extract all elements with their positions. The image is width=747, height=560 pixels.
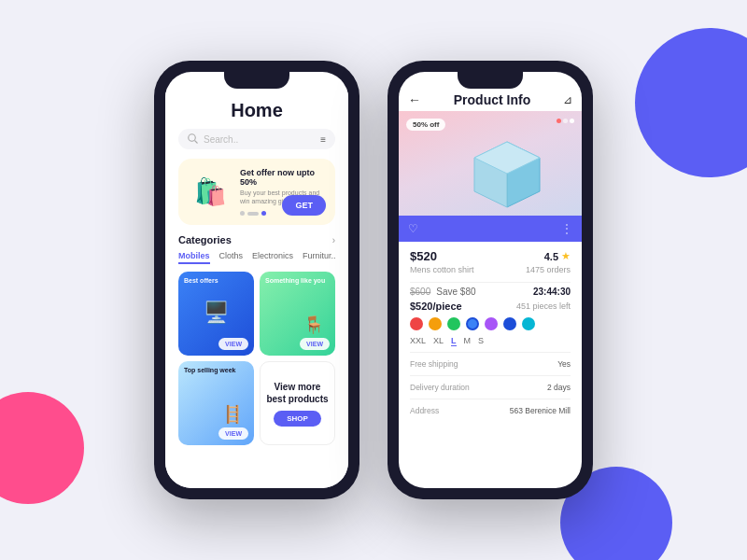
divider-2 [410,352,571,353]
swatch-red[interactable] [410,317,423,330]
categories-tabs: Mobiles Cloths Electronics Furnitur... [178,251,335,264]
back-button[interactable]: ← [408,92,421,107]
address-val: 563 Berenice Mill [510,406,571,415]
notch-left [224,72,289,89]
promo-banner: 🛍️ Get offer now upto 50% Buy your best … [178,159,335,225]
product-grid: Best offers 🖥️ VIEW Something like you 🪑… [178,272,335,445]
offer-row: $600 Save $80 23:44:30 [410,287,571,297]
size-xl[interactable]: XL [433,336,444,346]
more-options-icon[interactable]: ⋮ [561,222,572,235]
rating-value: 4.5 [544,251,558,262]
product-info-header: ← Product Info ⊿ [399,89,582,111]
search-icon [188,133,199,145]
divider-1 [410,282,571,283]
dot-dash [247,212,259,216]
card2-label: Something like you [265,277,325,284]
dot-active [261,211,266,216]
order-count: 1475 orders [526,265,571,274]
swatch-amber[interactable] [429,317,442,330]
tab-furniture[interactable]: Furnitur... [303,251,335,264]
info-row-shipping: Free shipping Yes [410,357,571,371]
shipping-val: Yes [557,359,571,369]
swatch-darkblue[interactable] [503,317,516,330]
shipping-key: Free shipping [410,359,458,369]
categories-section-header: Categories › [178,234,335,245]
price-rating-row: $520 4.5 ★ [410,249,571,263]
size-s[interactable]: S [478,336,484,346]
swatch-blue[interactable] [466,317,479,330]
product-filter-icon[interactable]: ⊿ [563,93,572,106]
home-content: Home Search.. ≡ 🛍️ Get offer now u [165,89,348,488]
swatch-green[interactable] [447,317,460,330]
color-swatches [410,317,571,330]
view-more-title: View morebest products [266,381,328,405]
product-card-4: View morebest products SHOP [260,361,335,445]
card1-label: Best offers [184,277,218,284]
image-dots [557,119,574,123]
tab-electronics[interactable]: Electronics [252,251,293,264]
dot-1 [240,211,245,216]
search-bar[interactable]: Search.. ≡ [178,129,335,149]
banner-illustration: 🛍️ [188,176,233,207]
product-image-area: 50% off ♡ ⋮ [399,111,582,242]
info-row-address: Address 563 Berenice Mill [410,403,571,418]
card1-view-btn[interactable]: VIEW [218,338,248,350]
size-m[interactable]: M [464,336,472,346]
delivery-key: Delivery duration [410,383,470,392]
address-key: Address [410,406,439,415]
info-row-delivery: Delivery duration 2 days [410,380,571,395]
divider-3 [410,375,571,376]
product-info-title: Product Info [454,92,530,107]
product-name-orders-row: Mens cotton shirt 1475 orders [410,265,571,274]
get-button[interactable]: GET [282,195,326,216]
product-info-screen: ← Product Info ⊿ 50% off [399,72,582,488]
card3-view-btn[interactable]: VIEW [218,427,248,440]
price-per-row: $520/piece 451 pieces left [410,301,571,312]
shop-button[interactable]: SHOP [274,411,321,427]
sale-badge: 50% off [406,119,445,131]
product-card-2[interactable]: Something like you 🪑 VIEW [260,272,335,356]
svg-line-1 [195,141,198,144]
price-per-piece: $520/piece [410,301,462,312]
product-details: $520 4.5 ★ Mens cotton shirt 1475 orders… [399,242,582,426]
product-3d-box [465,137,549,212]
phones-container: Home Search.. ≡ 🛍️ Get offer now u [0,0,747,560]
notch-right [458,72,523,89]
size-l[interactable]: L [451,336,457,346]
home-screen: Home Search.. ≡ 🛍️ Get offer now u [165,72,348,488]
divider-4 [410,399,571,399]
chevron-right-icon[interactable]: › [332,235,335,245]
size-options: XXL XL L M S [410,336,571,346]
size-xxl[interactable]: XXL [410,336,426,346]
card2-view-btn[interactable]: VIEW [300,338,330,350]
card3-label: Top selling week [184,367,236,373]
save-text: Save $80 [436,287,475,297]
swatch-cyan[interactable] [522,317,535,330]
countdown-timer: 23:44:30 [533,287,571,297]
pieces-left: 451 pieces left [516,301,571,311]
img-dot-1 [557,119,561,123]
original-price: $600 [410,287,430,297]
filter-icon[interactable]: ≡ [320,134,326,145]
tab-cloths[interactable]: Cloths [219,251,244,264]
home-content-wrapper: Home Search.. ≡ 🛍️ Get offer now u [165,89,348,488]
categories-label: Categories [178,234,232,245]
product-card-3[interactable]: Top selling week 🪜 VIEW [178,361,254,445]
img-dot-2 [563,119,568,123]
home-title: Home [178,100,335,121]
product-name: Mens cotton shirt [410,265,474,274]
rating-wrap: 4.5 ★ [544,250,571,262]
product-image-bottom-bar: ♡ ⋮ [399,216,582,242]
banner-title: Get offer now upto 50% [240,168,326,187]
swatch-purple[interactable] [485,317,498,330]
phone-left: Home Search.. ≡ 🛍️ Get offer now u [154,61,359,499]
product-card-1[interactable]: Best offers 🖥️ VIEW [178,272,254,356]
search-placeholder: Search.. [204,134,320,145]
delivery-val: 2 days [547,383,571,392]
tab-mobiles[interactable]: Mobiles [178,251,210,264]
star-icon: ★ [561,250,571,262]
phone-right: ← Product Info ⊿ 50% off [388,61,593,499]
img-dot-3 [570,119,574,123]
heart-icon[interactable]: ♡ [408,222,418,235]
product-price: $520 [410,249,437,263]
